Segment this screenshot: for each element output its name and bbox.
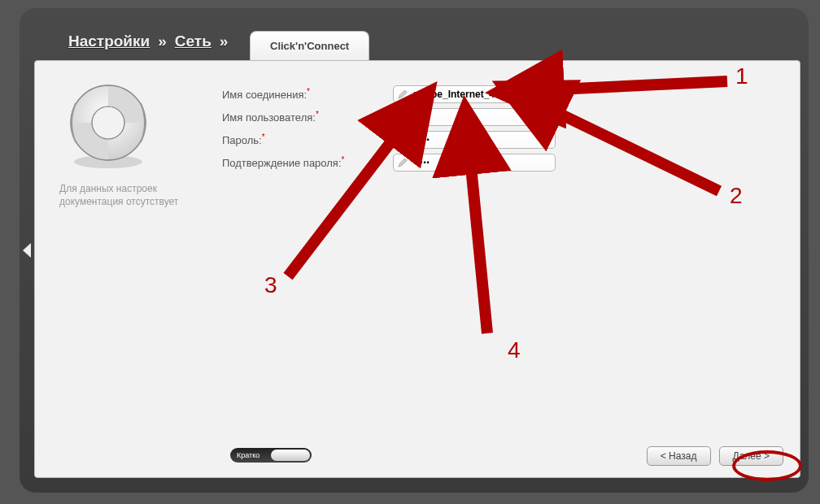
toggle-label: Кратко [232, 451, 264, 459]
tab-click-n-connect[interactable]: Click'n'Connect [250, 31, 369, 60]
form-row-connection-name: Имя соединения:* [222, 85, 556, 103]
brief-toggle[interactable]: Кратко [230, 448, 312, 463]
label-password-confirm: Подтверждение пароля:* [222, 155, 393, 169]
wizard-buttons: < Назад Далее > [647, 446, 783, 466]
toggle-knob [271, 450, 310, 461]
username-field[interactable] [393, 108, 556, 126]
breadcrumb-settings[interactable]: Настройки [68, 33, 150, 50]
connection-name-input[interactable] [412, 88, 552, 101]
label-password: Пароль:* [222, 133, 393, 146]
main-panel: Для данных настроек документация отсутст… [34, 60, 800, 478]
password-confirm-field[interactable] [393, 154, 556, 172]
pencil-icon [397, 111, 408, 123]
tab-label: Click'n'Connect [270, 40, 349, 52]
label-connection-name: Имя соединения:* [222, 87, 393, 101]
help-text: Для данных настроек документация отсутст… [59, 183, 181, 208]
form-row-username: Имя пользователя:* [222, 108, 556, 126]
help-column: Для данных настроек документация отсутст… [59, 76, 181, 208]
breadcrumb-network[interactable]: Сеть [175, 33, 212, 50]
pencil-icon [397, 134, 408, 146]
collapse-handle-icon[interactable] [23, 243, 31, 258]
breadcrumb-separator: » [220, 33, 229, 50]
password-confirm-input[interactable] [412, 158, 552, 167]
pencil-icon [397, 89, 408, 100]
password-field[interactable] [393, 131, 556, 149]
username-input[interactable] [412, 111, 552, 124]
breadcrumb: Настройки » Сеть » [68, 33, 231, 50]
form-row-password: Пароль:* [222, 131, 556, 149]
back-button[interactable]: < Назад [647, 446, 711, 466]
breadcrumb-separator: » [158, 33, 167, 50]
footer: Кратко < Назад Далее > [35, 437, 800, 477]
connection-name-field[interactable] [393, 85, 556, 103]
connection-form: Имя соединения:* Имя пользователя:* Паро… [222, 85, 556, 176]
pencil-icon [397, 157, 408, 168]
form-row-password-confirm: Подтверждение пароля:* [222, 154, 556, 172]
label-username: Имя пользователя:* [222, 110, 393, 124]
next-button[interactable]: Далее > [719, 446, 784, 466]
app-frame: Настройки » Сеть » Click'n'Connect [20, 8, 809, 493]
password-input[interactable] [412, 135, 552, 145]
lifebuoy-icon [59, 76, 157, 173]
